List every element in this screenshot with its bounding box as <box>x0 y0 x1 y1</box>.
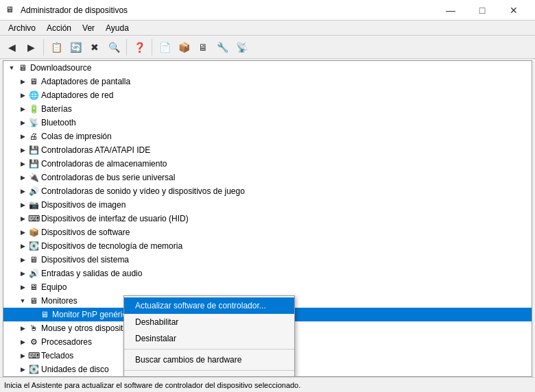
toolbar-btn-2[interactable]: 📦 <box>175 38 193 56</box>
expand-arrow <box>17 145 28 156</box>
scan-button[interactable]: 🔍 <box>105 38 123 56</box>
help-button[interactable]: ❓ <box>130 38 148 56</box>
tree-item[interactable]: 🔌Controladoras de bus serie universal <box>3 171 532 184</box>
tree-item-label: Controladoras de sonido y vídeo y dispos… <box>41 186 245 196</box>
toolbar-btn-1[interactable]: 📄 <box>156 38 174 56</box>
menu-accion[interactable]: Acción <box>41 22 77 34</box>
toolbar-btn-5[interactable]: 📡 <box>233 38 250 56</box>
expand-arrow <box>17 117 28 128</box>
tree-item-icon: 🌐 <box>28 90 39 101</box>
tree-item-label: Colas de impresión <box>41 132 112 141</box>
toolbar-btn-4[interactable]: 🔧 <box>213 38 231 56</box>
tree-item-icon: 📡 <box>28 117 39 128</box>
context-menu-item[interactable]: Desinstalar <box>124 330 294 347</box>
uninstall-button[interactable]: ✖ <box>86 38 104 56</box>
tree-item[interactable]: 🖥Dispositivos del sistema <box>3 253 532 267</box>
tree-item-label: Teclados <box>41 351 73 360</box>
back-button[interactable]: ◀ <box>3 38 21 56</box>
tree-item[interactable]: 💽Dispositivos de tecnología de memoria <box>3 239 532 253</box>
toolbar-separator-3 <box>152 39 152 56</box>
tree-item[interactable]: 📦Dispositivos de software <box>3 225 532 239</box>
context-menu-item[interactable]: Deshabilitar <box>124 314 294 330</box>
tree-item-icon: 📷 <box>28 199 39 210</box>
tree-item-icon: 💾 <box>28 145 39 156</box>
expand-arrow <box>17 323 28 334</box>
expand-arrow <box>17 268 28 279</box>
tree-item[interactable]: ⌨Dispositivos de interfaz de usuario (HI… <box>3 212 532 225</box>
menu-bar: Archivo Acción Ver Ayuda <box>0 21 535 36</box>
properties-button[interactable]: 📋 <box>47 38 65 56</box>
tree-item[interactable]: 🌐Adaptadores de red <box>3 88 532 102</box>
tree-item[interactable]: 🖥Adaptadores de pantalla <box>3 75 532 88</box>
toolbar-btn-3[interactable]: 🖥 <box>194 38 212 56</box>
tree-item[interactable]: 💾Controladoras de almacenamiento <box>3 157 532 171</box>
tree-item[interactable]: 🔊Entradas y salidas de audio <box>3 267 532 280</box>
tree-item-icon: ⌨ <box>28 213 39 224</box>
context-menu-separator <box>124 349 294 350</box>
expand-arrow <box>17 199 28 210</box>
tree-root[interactable]: 🖥 Downloadsource <box>3 61 532 75</box>
tree-item-label: Dispositivos de tecnología de memoria <box>41 241 182 251</box>
tree-item-label: Dispositivos de interfaz de usuario (HID… <box>41 214 189 223</box>
minimize-button[interactable]: — <box>435 0 466 21</box>
tree-item-label: Monitor PnP genérico <box>52 310 131 319</box>
toolbar: ◀ ▶ 📋 🔄 ✖ 🔍 ❓ 📄 📦 🖥 🔧 📡 <box>0 36 535 59</box>
tree-item-label: Dispositivos del sistema <box>41 255 129 265</box>
tree-item-label: Unidades de disco <box>41 365 109 374</box>
expand-arrow <box>17 254 28 265</box>
device-tree[interactable]: 🖥 Downloadsource 🖥Adaptadores de pantall… <box>3 60 532 377</box>
tree-item-label: Dispositivos de imagen <box>41 200 126 210</box>
tree-item-icon: 🔌 <box>28 172 39 183</box>
expand-arrow <box>17 76 28 87</box>
tree-item-icon: 🖥 <box>28 282 39 293</box>
maximize-button[interactable]: □ <box>466 0 498 21</box>
expand-arrow <box>17 131 28 142</box>
update-driver-button[interactable]: 🔄 <box>67 38 84 56</box>
expand-arrow <box>17 90 28 101</box>
expand-arrow <box>17 336 28 347</box>
tree-item-icon: 🔊 <box>28 186 39 197</box>
root-label: Downloadsource <box>30 63 91 73</box>
main-area: 🖥 Downloadsource 🖥Adaptadores de pantall… <box>0 59 535 377</box>
forward-button[interactable]: ▶ <box>22 38 40 56</box>
title-controls: — □ ✕ <box>435 0 530 21</box>
tree-item-icon: 🖥 <box>39 309 50 320</box>
tree-item-icon: 🖥 <box>28 76 39 87</box>
tree-item[interactable]: 📷Dispositivos de imagen <box>3 198 532 212</box>
app-icon: 🖥 <box>5 5 16 16</box>
tree-item[interactable]: 💾Controladoras ATA/ATAPI IDE <box>3 143 532 157</box>
tree-item-label: Entradas y salidas de audio <box>41 269 142 278</box>
tree-item[interactable]: 🖥Equipo <box>3 280 532 294</box>
tree-item-label: Monitores <box>41 296 78 306</box>
expand-arrow <box>28 309 39 320</box>
menu-archivo[interactable]: Archivo <box>3 22 41 34</box>
context-menu-item[interactable]: Actualizar software de controlador... <box>124 297 294 314</box>
expand-arrow <box>17 213 28 224</box>
expand-arrow <box>17 295 28 306</box>
tree-item-icon: 💽 <box>28 364 39 375</box>
window-title: Administrador de dispositivos <box>21 5 128 15</box>
title-bar: 🖥 Administrador de dispositivos — □ ✕ <box>0 0 535 21</box>
close-button[interactable]: ✕ <box>498 0 530 21</box>
menu-ver[interactable]: Ver <box>77 22 100 34</box>
root-icon: 🖥 <box>17 62 28 73</box>
tree-item-icon: 🔊 <box>28 268 39 279</box>
tree-item[interactable]: 🖨Colas de impresión <box>3 130 532 143</box>
tree-item[interactable]: 🔊Controladoras de sonido y vídeo y dispo… <box>3 184 532 198</box>
context-menu-item[interactable]: Propiedades <box>124 373 294 377</box>
menu-ayuda[interactable]: Ayuda <box>100 22 134 34</box>
expand-arrow <box>17 158 28 169</box>
expand-arrow <box>17 172 28 183</box>
tree-item[interactable]: 📡Bluetooth <box>3 116 532 130</box>
tree-item-label: Dispositivos de software <box>41 228 130 237</box>
tree-item-label: Controladoras ATA/ATAPI IDE <box>41 145 150 155</box>
tree-item-label: Equipo <box>41 282 67 292</box>
tree-item-label: Bluetooth <box>41 118 76 127</box>
tree-item-icon: 🖥 <box>28 295 39 306</box>
context-menu-separator <box>124 370 294 371</box>
context-menu-item[interactable]: Buscar cambios de hardware <box>124 352 294 368</box>
tree-item[interactable]: 🔋Baterías <box>3 102 532 116</box>
tree-item-label: Controladoras de bus serie universal <box>41 173 175 182</box>
tree-item-label: Adaptadores de red <box>41 90 113 100</box>
expand-arrow <box>17 227 28 238</box>
